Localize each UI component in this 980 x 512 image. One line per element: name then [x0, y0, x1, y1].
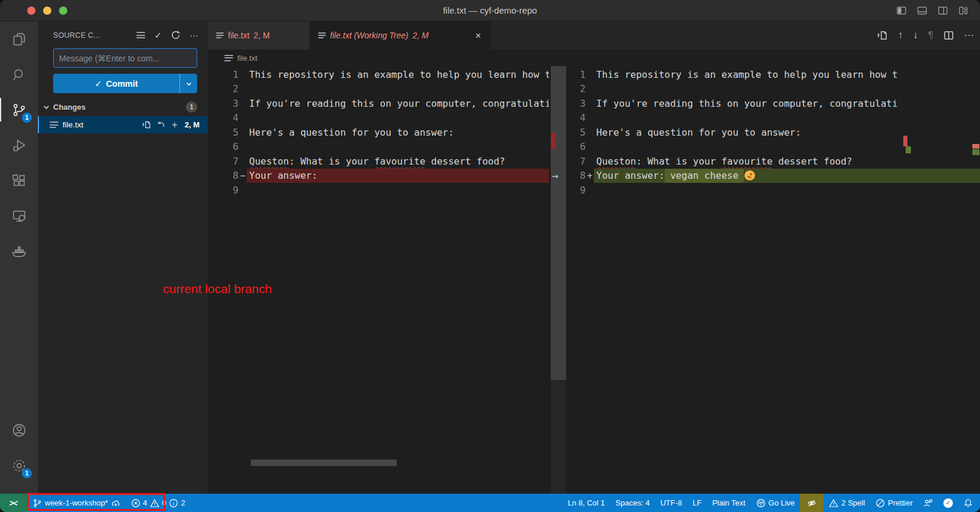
notifications-item[interactable] — [958, 494, 980, 512]
cursor-position-item[interactable]: Ln 8, Col 1 — [563, 494, 610, 512]
vscode-window: file.txt — cyf-demo-repo 1 — [0, 0, 980, 512]
refresh-icon[interactable] — [171, 30, 181, 40]
toggle-panel-icon[interactable] — [916, 5, 928, 17]
code-line-9: 9 — [568, 183, 980, 198]
next-change-icon[interactable]: ↓ — [913, 29, 918, 41]
extensions-icon[interactable] — [0, 163, 38, 198]
horizontal-scrollbar[interactable] — [251, 460, 397, 466]
more-actions-icon[interactable]: ··· — [964, 29, 974, 41]
customize-layout-icon[interactable] — [958, 5, 969, 17]
code-line-8: 8+Your answer: vegan cheese 🧀 — [568, 169, 980, 183]
tab-label: file.txt — [228, 31, 250, 40]
commit-action-icon[interactable]: ✓ — [154, 31, 162, 40]
tab-bar: file.txt 2, M file.txt (Working Tree) 2,… — [208, 21, 980, 50]
changes-section-header[interactable]: Changes 1 — [38, 93, 208, 116]
commit-message-placeholder: Message (⌘Enter to com... — [59, 54, 159, 63]
go-live-item[interactable]: Go Live — [751, 494, 801, 512]
person-feedback-icon — [923, 498, 933, 508]
tab-problem-badge: 2, M — [413, 31, 429, 40]
toggle-secondary-sidebar-icon[interactable] — [937, 5, 949, 17]
editor-group: file.txt 2, M file.txt (Working Tree) 2,… — [208, 21, 980, 494]
source-control-badge: 1 — [22, 113, 32, 123]
open-file-icon[interactable] — [142, 120, 151, 129]
language-mode-item[interactable]: Plain Text — [707, 494, 750, 512]
annotation-rectangle — [27, 493, 165, 511]
bell-icon — [963, 498, 973, 508]
edge-overview-ruler — [972, 66, 980, 494]
text-file-icon — [224, 55, 233, 61]
run-debug-icon[interactable] — [0, 127, 38, 163]
search-icon[interactable] — [0, 57, 38, 92]
render-whitespace-icon[interactable]: ¶ — [928, 29, 933, 41]
right-pane-overview-ruler — [903, 66, 912, 494]
sidebar-title: SOURCE C... — [53, 31, 100, 40]
tab-file-txt-working-tree[interactable]: file.txt (Working Tree) 2, M × — [310, 21, 490, 50]
commit-dropdown-button[interactable] — [179, 74, 197, 93]
window-title: file.txt — cyf-demo-repo — [0, 0, 980, 21]
explorer-icon[interactable] — [0, 21, 38, 57]
info-icon — [169, 498, 178, 508]
code-line-6: 6 — [208, 140, 549, 155]
vertical-scrollbar[interactable] — [551, 66, 566, 380]
code-line-7: 7Queston: What is your favourite dessert… — [208, 154, 549, 169]
chevron-down-icon — [185, 80, 192, 87]
code-line-6: 6 — [568, 140, 980, 155]
info-count: 2 — [181, 498, 185, 507]
text-file-icon — [318, 32, 326, 38]
diff-scrollbar-strip[interactable]: → — [549, 66, 568, 494]
diff-right-pane[interactable]: 1This repository is an example to help y… — [568, 66, 980, 494]
revert-block-arrow-icon[interactable]: → — [552, 169, 558, 183]
settings-gear-icon[interactable]: 1 — [0, 448, 38, 483]
view-as-list-icon[interactable] — [136, 32, 145, 38]
spell-problems-item[interactable]: 2 Spell — [824, 494, 870, 512]
diff-editor: 1This repository is an example to help y… — [208, 66, 980, 494]
more-actions-icon[interactable]: ··· — [190, 31, 198, 40]
split-editor-icon[interactable] — [943, 30, 954, 41]
previous-change-icon[interactable]: ↑ — [898, 29, 903, 41]
remote-indicator[interactable]: >< — [0, 494, 27, 512]
code-line-9: 9 — [208, 183, 549, 198]
breadcrumb[interactable]: file.txt — [208, 50, 980, 66]
code-line-1: 1This repository is an example to help y… — [568, 67, 980, 82]
text-file-icon — [216, 32, 224, 38]
code-line-8: 8−Your answer: — [208, 169, 549, 183]
source-control-icon[interactable]: 1 — [0, 92, 38, 127]
activity-bar: 1 1 — [0, 21, 38, 494]
discard-changes-icon[interactable] — [157, 120, 166, 129]
tab-label: file.txt (Working Tree) — [330, 31, 409, 40]
source-control-sidebar: SOURCE C... ✓ ··· Message (⌘Enter to com… — [38, 21, 208, 494]
prettier-item[interactable]: Prettier — [870, 494, 918, 512]
tab-problem-badge: 2, M — [254, 31, 270, 40]
commit-button-label: Commit — [106, 79, 138, 88]
changed-file-name: file.txt — [63, 120, 83, 129]
changed-file-row[interactable]: file.txt + 2, M — [38, 116, 208, 133]
code-line-2: 2 — [208, 82, 549, 97]
warning-icon — [829, 498, 838, 508]
breadcrumb-file: file.txt — [237, 54, 257, 63]
accounts-icon[interactable] — [0, 412, 38, 448]
check-icon: ✓ — [94, 79, 102, 88]
indentation-item[interactable]: Spaces: 4 — [610, 494, 655, 512]
stage-changes-icon[interactable]: + — [172, 120, 178, 130]
status-check-item[interactable]: ✓ — [938, 494, 958, 512]
encoding-item[interactable]: UTF-8 — [655, 494, 687, 512]
close-tab-icon[interactable]: × — [475, 31, 481, 41]
code-line-3: 3If you're reading this on your computer… — [568, 96, 980, 111]
remote-explorer-icon[interactable] — [0, 198, 38, 234]
eye-off-icon — [807, 498, 816, 508]
docker-icon[interactable] — [0, 234, 38, 269]
circle-slash-icon — [876, 498, 885, 508]
spell-checker-disabled-item[interactable] — [800, 494, 824, 512]
changes-count-badge: 1 — [186, 101, 197, 113]
code-line-5: 5Here's a question for you to answer: — [208, 125, 549, 140]
tab-file-txt[interactable]: file.txt 2, M — [208, 21, 310, 50]
commit-button[interactable]: ✓ Commit — [53, 74, 197, 93]
commit-message-input[interactable]: Message (⌘Enter to com... — [53, 48, 197, 68]
code-line-3: 3If you're reading this on your computer… — [208, 96, 549, 111]
feedback-item[interactable] — [918, 494, 938, 512]
toggle-sidebar-icon[interactable] — [896, 5, 907, 17]
open-changes-icon[interactable] — [877, 30, 888, 41]
eol-item[interactable]: LF — [687, 494, 707, 512]
code-line-1: 1This repository is an example to help y… — [208, 67, 549, 82]
diff-left-pane[interactable]: 1This repository is an example to help y… — [208, 66, 549, 494]
